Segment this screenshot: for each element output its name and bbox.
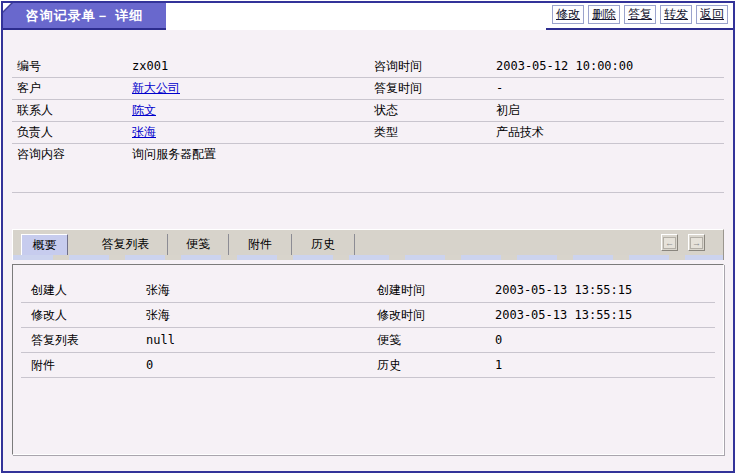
field-attachment-count: 附件 0 bbox=[21, 353, 368, 377]
field-label: 附件 bbox=[21, 353, 146, 377]
field-reply-list-count: 答复列表 null bbox=[21, 328, 368, 352]
field-label: 状态 bbox=[368, 100, 496, 121]
field-value: 张海 bbox=[146, 303, 170, 327]
panel-row: 修改人 张海 修改时间 2003-05-13 13:55:15 bbox=[21, 303, 715, 328]
field-modifier: 修改人 张海 bbox=[21, 303, 368, 327]
panel-row: 答复列表 null 便笺 0 bbox=[21, 328, 715, 353]
field-label: 历史 bbox=[368, 353, 495, 377]
field-label: 编号 bbox=[12, 56, 132, 77]
field-label: 创建时间 bbox=[368, 278, 495, 302]
field-contact: 联系人 陈文 bbox=[12, 100, 368, 121]
field-label: 联系人 bbox=[12, 100, 132, 121]
page-title: 咨询记录单－ 详细 bbox=[3, 3, 166, 30]
tab-summary[interactable]: 概要 bbox=[21, 234, 68, 255]
field-type: 类型 产品技术 bbox=[368, 122, 724, 143]
tab-bar: 概要 答复列表 便笺 附件 历史 ← → bbox=[12, 229, 724, 255]
field-value: - bbox=[496, 78, 503, 99]
field-value: 1 bbox=[495, 353, 502, 377]
tab-notes[interactable]: 便笺 bbox=[168, 234, 229, 255]
field-label: 修改人 bbox=[21, 303, 146, 327]
field-value: 0 bbox=[146, 353, 153, 377]
field-customer: 客户 新大公司 bbox=[12, 78, 368, 99]
page-title-label: 咨询记录单－ 详细 bbox=[26, 7, 144, 25]
tab-scroll-left-button[interactable]: ← bbox=[661, 234, 678, 251]
field-value: 初启 bbox=[496, 100, 520, 121]
field-status: 状态 初启 bbox=[368, 100, 724, 121]
field-value: 2003-05-12 10:00:00 bbox=[496, 56, 633, 77]
field-value: zx001 bbox=[132, 56, 168, 77]
arrow-left-icon: ← bbox=[663, 237, 676, 249]
header-actions: 修改 删除 答复 转发 返回 bbox=[546, 3, 733, 30]
field-creator: 创建人 张海 bbox=[21, 278, 368, 302]
field-label: 咨询内容 bbox=[12, 144, 132, 192]
delete-button[interactable]: 删除 bbox=[588, 5, 620, 24]
field-consult-content: 咨询内容 询问服务器配置 bbox=[12, 144, 724, 193]
owner-link[interactable]: 张海 bbox=[132, 122, 156, 143]
field-label: 答复时间 bbox=[368, 78, 496, 99]
field-value: 产品技术 bbox=[496, 122, 544, 143]
field-history-count: 历史 1 bbox=[368, 353, 715, 377]
field-label: 创建人 bbox=[21, 278, 146, 302]
contact-link[interactable]: 陈文 bbox=[132, 100, 156, 121]
tab-attachments[interactable]: 附件 bbox=[229, 234, 292, 255]
field-notes-count: 便笺 0 bbox=[368, 328, 715, 352]
field-value: 张海 bbox=[146, 278, 170, 302]
tab-bar-bottom-strip bbox=[12, 255, 724, 260]
field-create-time: 创建时间 2003-05-13 13:55:15 bbox=[368, 278, 715, 302]
tab-scroll-buttons: ← → bbox=[661, 234, 705, 251]
field-label: 答复列表 bbox=[21, 328, 146, 352]
field-value: 0 bbox=[495, 328, 502, 352]
record-detail-window: 咨询记录单－ 详细 修改 删除 答复 转发 返回 编号 zx001 咨询时间 2… bbox=[1, 1, 735, 473]
field-owner: 负责人 张海 bbox=[12, 122, 368, 143]
tab-scroll-right-button[interactable]: → bbox=[688, 234, 705, 251]
field-number: 编号 zx001 bbox=[12, 56, 368, 77]
forward-button[interactable]: 转发 bbox=[660, 5, 692, 24]
tab-history[interactable]: 历史 bbox=[292, 234, 355, 255]
summary-panel: 创建人 张海 创建时间 2003-05-13 13:55:15 修改人 张海 修… bbox=[12, 264, 724, 455]
field-consult-time: 咨询时间 2003-05-12 10:00:00 bbox=[368, 56, 724, 77]
field-modify-time: 修改时间 2003-05-13 13:55:15 bbox=[368, 303, 715, 327]
panel-row: 附件 0 历史 1 bbox=[21, 353, 715, 378]
field-label: 客户 bbox=[12, 78, 132, 99]
field-label: 修改时间 bbox=[368, 303, 495, 327]
field-value: 2003-05-13 13:55:15 bbox=[495, 278, 632, 302]
panel-row: 创建人 张海 创建时间 2003-05-13 13:55:15 bbox=[21, 278, 715, 303]
form-row: 负责人 张海 类型 产品技术 bbox=[12, 122, 724, 144]
form-row: 客户 新大公司 答复时间 - bbox=[12, 78, 724, 100]
arrow-right-icon: → bbox=[690, 237, 703, 249]
field-value: 2003-05-13 13:55:15 bbox=[495, 303, 632, 327]
field-value: null bbox=[146, 328, 175, 352]
field-reply-time: 答复时间 - bbox=[368, 78, 724, 99]
header-bar: 咨询记录单－ 详细 修改 删除 答复 转发 返回 bbox=[3, 3, 733, 30]
field-label: 类型 bbox=[368, 122, 496, 143]
record-form: 编号 zx001 咨询时间 2003-05-12 10:00:00 客户 新大公… bbox=[12, 56, 724, 193]
tab-reply-list[interactable]: 答复列表 bbox=[84, 234, 168, 255]
field-label: 便笺 bbox=[368, 328, 495, 352]
field-label: 咨询时间 bbox=[368, 56, 496, 77]
customer-link[interactable]: 新大公司 bbox=[132, 78, 180, 99]
return-button[interactable]: 返回 bbox=[696, 5, 728, 24]
modify-button[interactable]: 修改 bbox=[552, 5, 584, 24]
reply-button[interactable]: 答复 bbox=[624, 5, 656, 24]
field-value: 询问服务器配置 bbox=[132, 144, 216, 192]
form-row: 联系人 陈文 状态 初启 bbox=[12, 100, 724, 122]
field-label: 负责人 bbox=[12, 122, 132, 143]
form-row: 编号 zx001 咨询时间 2003-05-12 10:00:00 bbox=[12, 56, 724, 78]
